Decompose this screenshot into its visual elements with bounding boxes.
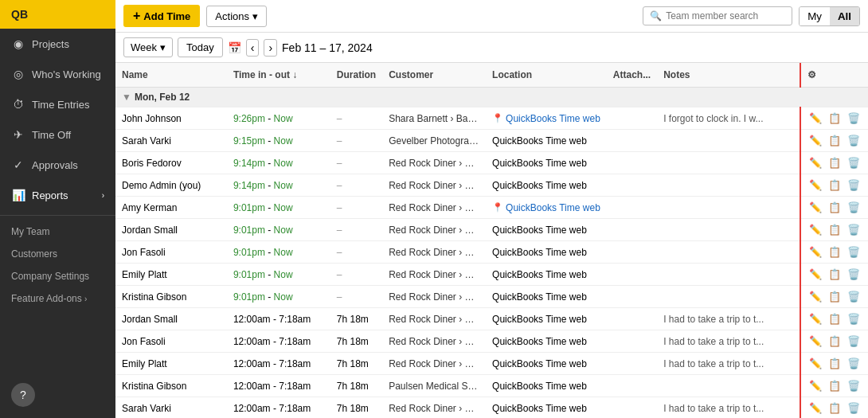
sidebar-label-projects: Projects xyxy=(32,38,69,50)
cell-actions: ✏️ 📋 🗑️ xyxy=(800,330,868,353)
next-arrow-button[interactable]: › xyxy=(264,39,277,57)
delete-button[interactable]: 🗑️ xyxy=(846,312,862,326)
edit-button[interactable]: ✏️ xyxy=(807,290,823,303)
copy-button[interactable]: 📋 xyxy=(827,401,843,415)
table-row: Jordan Small 9:01pm - Now – Red Rock Din… xyxy=(115,219,868,241)
copy-button[interactable]: 📋 xyxy=(827,334,843,348)
search-input[interactable] xyxy=(666,10,785,21)
sidebar-sub-company-settings[interactable]: Company Settings xyxy=(0,265,115,287)
help-button[interactable]: ? xyxy=(11,383,35,407)
sidebar-sub-my-team[interactable]: My Team xyxy=(0,221,115,243)
delete-button[interactable]: 🗑️ xyxy=(846,357,862,370)
cell-name: Sarah Varki xyxy=(115,130,227,152)
week-button[interactable]: Week ▾ xyxy=(123,37,173,57)
time-out: 7:18am xyxy=(279,314,311,325)
time-in: 9:26pm xyxy=(233,113,265,124)
sidebar-sub-feature-add-ons[interactable]: Feature Add-ons › xyxy=(0,287,115,310)
copy-button[interactable]: 📋 xyxy=(827,312,843,326)
cell-customer: Red Rock Diner › Plant... xyxy=(382,197,486,219)
cell-name: Kristina Gibson xyxy=(115,286,227,308)
time-sep: - xyxy=(268,113,271,124)
cell-notes xyxy=(657,197,800,219)
delete-button[interactable]: 🗑️ xyxy=(846,156,862,170)
edit-button[interactable]: ✏️ xyxy=(807,357,823,370)
cell-customer: Red Rock Diner › Plant... xyxy=(382,330,486,353)
cell-time: 12:00am - 7:18am xyxy=(227,330,330,353)
delete-button[interactable]: 🗑️ xyxy=(846,334,862,348)
edit-button[interactable]: ✏️ xyxy=(807,223,823,236)
copy-button[interactable]: 📋 xyxy=(827,268,843,281)
copy-button[interactable]: 📋 xyxy=(827,245,843,259)
copy-button[interactable]: 📋 xyxy=(827,156,843,170)
cell-actions: ✏️ 📋 🗑️ xyxy=(800,397,868,419)
edit-button[interactable]: ✏️ xyxy=(807,334,823,348)
cell-customer: Gevelber Photography... xyxy=(382,130,486,152)
cell-name: Emily Platt xyxy=(115,264,227,286)
gear-icon[interactable]: ⚙ xyxy=(807,69,816,80)
cell-duration: – xyxy=(330,286,382,308)
time-sep: - xyxy=(268,135,271,146)
copy-button[interactable]: 📋 xyxy=(827,111,843,125)
sidebar-item-reports[interactable]: 📊 Reports › xyxy=(0,180,115,210)
edit-button[interactable]: ✏️ xyxy=(807,111,823,125)
sidebar-sub-customers[interactable]: Customers xyxy=(0,243,115,265)
sidebar-sub-label-feature-add-ons: Feature Add-ons xyxy=(11,293,82,304)
copy-button[interactable]: 📋 xyxy=(827,379,843,393)
cell-notes xyxy=(657,130,800,152)
delete-button[interactable]: 🗑️ xyxy=(846,223,862,236)
calendar-icon[interactable]: 📅 xyxy=(228,41,241,54)
delete-button[interactable]: 🗑️ xyxy=(846,379,862,393)
cell-location: QuickBooks Time web xyxy=(486,375,607,397)
edit-button[interactable]: ✏️ xyxy=(807,312,823,326)
add-time-button[interactable]: + Add Time xyxy=(123,5,200,27)
delete-button[interactable]: 🗑️ xyxy=(846,290,862,303)
cell-notes: I had to take a trip to t... xyxy=(657,330,800,353)
cell-location: 📍QuickBooks Time web xyxy=(486,197,607,219)
sidebar-label-time-off: Time Off xyxy=(32,129,71,141)
edit-button[interactable]: ✏️ xyxy=(807,201,823,214)
prev-arrow-button[interactable]: ‹ xyxy=(246,39,260,57)
delete-button[interactable]: 🗑️ xyxy=(846,245,862,259)
delete-button[interactable]: 🗑️ xyxy=(846,201,862,214)
edit-button[interactable]: ✏️ xyxy=(807,134,823,147)
cell-duration: 7h 18m xyxy=(330,353,382,375)
approvals-icon: ✓ xyxy=(11,158,25,172)
edit-button[interactable]: ✏️ xyxy=(807,379,823,393)
delete-button[interactable]: 🗑️ xyxy=(846,268,862,281)
delete-button[interactable]: 🗑️ xyxy=(846,401,862,415)
edit-button[interactable]: ✏️ xyxy=(807,245,823,259)
sidebar-item-time-entries[interactable]: ⏱ Time Entries xyxy=(0,89,115,119)
copy-button[interactable]: 📋 xyxy=(827,178,843,192)
copy-button[interactable]: 📋 xyxy=(827,201,843,214)
cell-actions: ✏️ 📋 🗑️ xyxy=(800,264,868,286)
cell-actions: ✏️ 📋 🗑️ xyxy=(800,353,868,375)
copy-button[interactable]: 📋 xyxy=(827,223,843,236)
edit-button[interactable]: ✏️ xyxy=(807,178,823,192)
sidebar-item-time-off[interactable]: ✈ Time Off xyxy=(0,119,115,150)
today-button[interactable]: Today xyxy=(178,37,223,57)
sidebar-item-approvals[interactable]: ✓ Approvals xyxy=(0,150,115,180)
copy-button[interactable]: 📋 xyxy=(827,357,843,370)
copy-button[interactable]: 📋 xyxy=(827,134,843,147)
cell-name: Amy Kerman xyxy=(115,197,227,219)
delete-button[interactable]: 🗑️ xyxy=(846,178,862,192)
edit-button[interactable]: ✏️ xyxy=(807,268,823,281)
edit-button[interactable]: ✏️ xyxy=(807,156,823,170)
copy-button[interactable]: 📋 xyxy=(827,290,843,303)
cell-duration: – xyxy=(330,174,382,197)
delete-button[interactable]: 🗑️ xyxy=(846,111,862,125)
sidebar-item-projects[interactable]: ◉ Projects xyxy=(0,29,115,59)
table-row: Emily Platt 9:01pm - Now – Red Rock Dine… xyxy=(115,264,868,286)
time-sep: - xyxy=(268,247,271,258)
cell-attach xyxy=(607,375,657,397)
delete-button[interactable]: 🗑️ xyxy=(846,134,862,147)
time-sep: - xyxy=(273,336,276,347)
my-toggle-button[interactable]: My xyxy=(800,7,830,25)
actions-button[interactable]: Actions ▾ xyxy=(206,6,267,27)
sidebar-label-approvals: Approvals xyxy=(32,159,78,171)
projects-icon: ◉ xyxy=(11,37,25,51)
sidebar-item-whos-working[interactable]: ◎ Who's Working xyxy=(0,59,115,89)
cell-time: 9:01pm - Now xyxy=(227,197,330,219)
all-toggle-button[interactable]: All xyxy=(830,7,859,25)
edit-button[interactable]: ✏️ xyxy=(807,401,823,415)
